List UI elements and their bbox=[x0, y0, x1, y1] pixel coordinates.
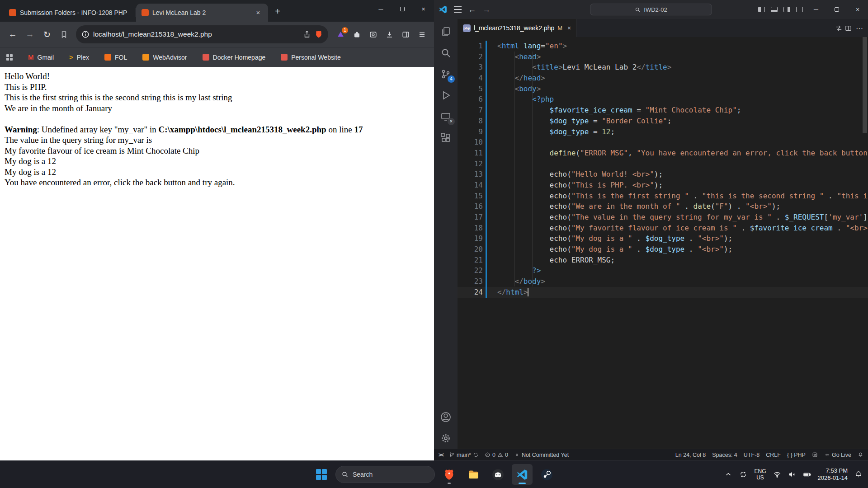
code-text[interactable]: echo("My dog is a " . $dog_type . "<br>"… bbox=[497, 233, 732, 244]
browser-menu-icon[interactable] bbox=[414, 27, 429, 42]
line-number[interactable]: 10 bbox=[458, 137, 483, 148]
code-text[interactable]: </html> bbox=[497, 287, 528, 298]
taskbar-vscode-icon[interactable] bbox=[512, 464, 533, 485]
code-text[interactable]: echo("My favorite flavour of ice cream i… bbox=[497, 223, 868, 234]
go-forward-icon[interactable]: → bbox=[482, 5, 491, 14]
reload-button[interactable]: ↻ bbox=[39, 26, 55, 42]
code-line[interactable]: 5 <body> bbox=[458, 84, 868, 94]
taskbar-discord-icon[interactable] bbox=[487, 464, 508, 485]
taskbar-steam-icon[interactable] bbox=[536, 464, 557, 485]
vscode-minimize-button[interactable]: ─ bbox=[806, 0, 826, 19]
back-button[interactable]: ← bbox=[5, 26, 21, 42]
line-number[interactable]: 21 bbox=[458, 255, 483, 266]
remote-indicator[interactable]: >< bbox=[439, 452, 443, 458]
code-line[interactable]: 4 </head> bbox=[458, 73, 868, 84]
code-line[interactable]: 10 bbox=[458, 137, 868, 148]
volume-muted-icon[interactable] bbox=[788, 470, 796, 479]
line-number[interactable]: 9 bbox=[458, 127, 483, 137]
code-text[interactable]: echo("This is the first string " . "this… bbox=[497, 191, 868, 202]
code-text[interactable]: echo("My dog is a " . $dog_type . "<br>"… bbox=[497, 244, 732, 255]
code-line[interactable]: 14 echo("This is PHP. <br>"); bbox=[458, 180, 868, 191]
site-info-icon[interactable] bbox=[81, 30, 90, 38]
go-live-button[interactable]: Go Live bbox=[824, 452, 851, 458]
line-number[interactable]: 4 bbox=[458, 73, 483, 84]
line-number[interactable]: 6 bbox=[458, 94, 483, 105]
line-number[interactable]: 17 bbox=[458, 212, 483, 223]
code-line[interactable]: 18 echo("My favorite flavour of ice crea… bbox=[458, 223, 868, 234]
code-text[interactable]: echo("This is PHP. <br>"); bbox=[497, 180, 663, 191]
line-number[interactable]: 13 bbox=[458, 169, 483, 180]
code-line[interactable]: 2 <head> bbox=[458, 52, 868, 62]
bookmark-webadvisor[interactable]: WebAdvisor bbox=[142, 53, 187, 61]
code-text[interactable]: echo("Hello World! <br>"); bbox=[497, 169, 663, 180]
indentation[interactable]: Spaces: 4 bbox=[712, 452, 737, 458]
line-number[interactable]: 14 bbox=[458, 180, 483, 191]
line-number[interactable]: 18 bbox=[458, 223, 483, 234]
bookmark-docker-homepage[interactable]: Docker Homepage bbox=[203, 53, 266, 61]
line-number[interactable]: 23 bbox=[458, 276, 483, 287]
apps-grid-icon[interactable] bbox=[6, 54, 13, 61]
code-text[interactable]: <?php bbox=[497, 94, 554, 105]
code-text[interactable]: ?> bbox=[497, 265, 541, 276]
vscode-close-button[interactable]: × bbox=[847, 0, 868, 19]
run-debug-icon[interactable] bbox=[435, 84, 457, 106]
command-center-search[interactable]: IWD2-02 bbox=[590, 4, 712, 15]
customize-layout-icon[interactable] bbox=[793, 3, 806, 16]
code-line[interactable]: 8 $dog_type = "Border Collie"; bbox=[458, 116, 868, 127]
editor-tab[interactable]: php l_mclean215318_week2.php M × bbox=[458, 19, 577, 37]
editor-scrollbar[interactable] bbox=[862, 37, 868, 449]
screenshot-icon[interactable] bbox=[365, 27, 381, 42]
branch-indicator[interactable]: main* bbox=[449, 452, 479, 458]
explorer-icon[interactable] bbox=[435, 21, 457, 42]
code-text[interactable]: $dog_type = 12; bbox=[497, 127, 615, 137]
toggle-sidebar-icon[interactable] bbox=[755, 3, 768, 16]
commit-status[interactable]: Not Committed Yet bbox=[514, 452, 569, 458]
tab-close-icon[interactable]: × bbox=[254, 8, 263, 17]
compare-changes-icon[interactable] bbox=[835, 24, 843, 32]
line-number[interactable]: 3 bbox=[458, 62, 483, 73]
taskbar-search[interactable]: Search bbox=[335, 466, 435, 483]
notifications-bell-icon[interactable] bbox=[858, 452, 863, 458]
toggle-panel-icon[interactable] bbox=[768, 3, 780, 16]
tray-chevron-icon[interactable] bbox=[724, 470, 732, 479]
toggle-secondary-sidebar-icon[interactable] bbox=[780, 3, 793, 16]
problems-indicator[interactable]: 0 0 bbox=[485, 452, 508, 458]
code-line[interactable]: 12 bbox=[458, 159, 868, 169]
eol-sequence[interactable]: CRLF bbox=[766, 452, 781, 458]
extension-status-icon[interactable] bbox=[812, 452, 818, 458]
code-line[interactable]: 13 echo("Hello World! <br>"); bbox=[458, 169, 868, 180]
code-text[interactable]: <body> bbox=[497, 84, 541, 94]
line-number[interactable]: 15 bbox=[458, 191, 483, 202]
code-line[interactable]: 6 <?php bbox=[458, 94, 868, 105]
code-text[interactable]: <title>Levi McLean Lab 2</title> bbox=[497, 62, 671, 73]
rewards-icon[interactable]: 1 bbox=[333, 27, 348, 42]
downloads-icon[interactable] bbox=[382, 27, 397, 42]
line-number[interactable]: 5 bbox=[458, 84, 483, 94]
update-icon[interactable] bbox=[739, 470, 747, 479]
forward-button[interactable]: → bbox=[22, 26, 38, 42]
line-number[interactable]: 16 bbox=[458, 201, 483, 212]
code-line[interactable]: 16 echo("We are in the month of " . date… bbox=[458, 201, 868, 212]
code-text[interactable]: </body> bbox=[497, 276, 545, 287]
language-indicator[interactable]: ENG US bbox=[754, 468, 766, 481]
code-line[interactable]: 22 ?> bbox=[458, 265, 868, 276]
code-line[interactable]: 20 echo("My dog is a " . $dog_type . "<b… bbox=[458, 244, 868, 255]
wifi-icon[interactable] bbox=[773, 470, 781, 479]
language-mode[interactable]: { } PHP bbox=[787, 452, 806, 458]
line-number[interactable]: 7 bbox=[458, 105, 483, 116]
notification-bell-icon[interactable] bbox=[854, 470, 863, 479]
line-number[interactable]: 19 bbox=[458, 233, 483, 244]
maximize-button[interactable] bbox=[392, 0, 413, 18]
taskbar-explorer-icon[interactable] bbox=[463, 464, 484, 485]
code-line[interactable]: 17 echo("The value in the query string f… bbox=[458, 212, 868, 223]
encoding[interactable]: UTF-8 bbox=[744, 452, 760, 458]
line-number[interactable]: 1 bbox=[458, 41, 483, 52]
code-line[interactable]: 9 $dog_type = 12; bbox=[458, 127, 868, 137]
browser-tab-inactive[interactable]: Submission Folders - INFO-1208 PHP bbox=[4, 4, 136, 22]
code-text[interactable]: echo("The value in the query string for … bbox=[497, 212, 868, 223]
code-line[interactable]: 19 echo("My dog is a " . $dog_type . "<b… bbox=[458, 233, 868, 244]
bookmark-personal-website[interactable]: Personal Website bbox=[281, 53, 340, 61]
close-button[interactable]: × bbox=[413, 0, 434, 18]
code-text[interactable]: define("ERROR_MSG", "You have encountere… bbox=[497, 148, 868, 159]
remote-explorer-icon[interactable]: × bbox=[435, 106, 457, 127]
